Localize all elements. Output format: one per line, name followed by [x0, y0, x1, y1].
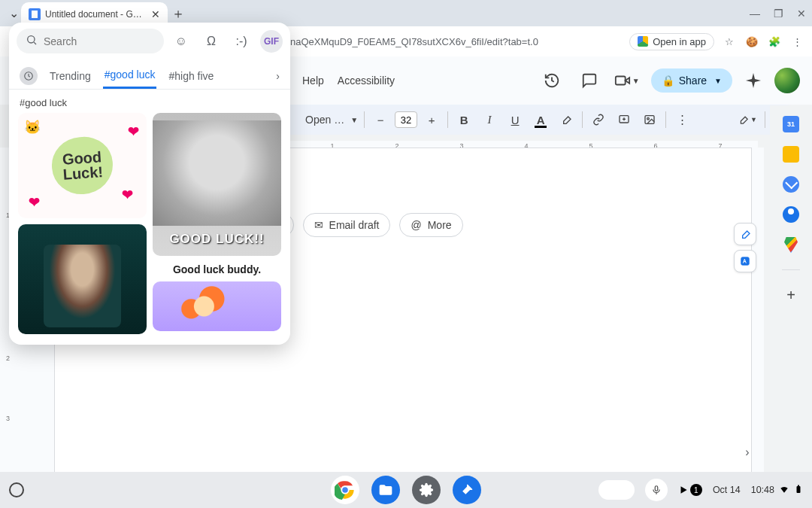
bold-button[interactable]: B: [454, 110, 474, 129]
lock-icon: 🔒: [662, 75, 674, 87]
svg-line-9: [34, 42, 36, 44]
browser-overflow-icon[interactable]: ⋮: [789, 34, 804, 49]
ai-assist-icon[interactable]: [734, 250, 756, 272]
tab-trending[interactable]: Trending: [48, 64, 92, 88]
emoji-search-input[interactable]: [44, 35, 155, 47]
tab-good-luck[interactable]: #good luck: [103, 62, 157, 89]
insert-image-button[interactable]: [640, 110, 659, 129]
font-size-control: − +: [371, 110, 441, 129]
editing-mode-button[interactable]: ▼: [738, 110, 757, 129]
history-icon[interactable]: [538, 67, 565, 94]
insert-link-button[interactable]: [589, 110, 608, 129]
gif-result[interactable]: [18, 224, 147, 334]
gif-category-button[interactable]: GIF: [260, 30, 283, 53]
gif-result[interactable]: GOOD LUCK!!: [153, 113, 281, 256]
font-selector[interactable]: Open … ▼: [305, 114, 358, 126]
vruler-mark: 2: [6, 354, 10, 362]
more-chip[interactable]: @ More: [399, 213, 462, 237]
keep-app-icon[interactable]: [783, 146, 799, 163]
extension-icon[interactable]: 🍪: [744, 34, 759, 49]
underline-button[interactable]: U: [505, 110, 525, 129]
tab-search-dropdown[interactable]: ⌄: [6, 6, 21, 20]
status-area: 1 Oct 14 10:48: [598, 479, 803, 501]
extensions-puzzle-icon[interactable]: 🧩: [767, 34, 782, 49]
settings-app-icon[interactable]: [412, 476, 441, 504]
emoji-category-button[interactable]: ☺: [170, 30, 192, 53]
suggest-edits-icon[interactable]: [734, 223, 756, 245]
toolbar-overflow-icon[interactable]: ⋮: [672, 110, 692, 129]
share-dropdown-icon[interactable]: ▼: [714, 77, 722, 85]
status-tray[interactable]: 10:48: [751, 483, 803, 497]
battery-icon: [794, 483, 803, 497]
tab-high-five[interactable]: #high five: [167, 64, 215, 88]
svg-point-8: [28, 36, 35, 43]
shelf-date[interactable]: Oct 14: [713, 485, 741, 495]
window-controls: — ❐ ✕: [750, 8, 806, 20]
quick-launch-pill[interactable]: [598, 480, 635, 500]
text-color-button[interactable]: A: [531, 110, 550, 129]
svg-marker-17: [680, 486, 686, 493]
at-icon: @: [411, 219, 421, 231]
next-tabs-icon[interactable]: ›: [276, 70, 280, 82]
wifi-icon: [779, 484, 789, 497]
symbol-category-button[interactable]: Ω: [200, 30, 223, 53]
decrease-font-icon[interactable]: −: [371, 110, 390, 129]
add-comment-button[interactable]: [614, 110, 634, 129]
docs-menu-bar: Help Accessibility: [302, 75, 395, 87]
meet-button[interactable]: ▼: [614, 67, 641, 94]
svg-point-13: [341, 486, 348, 493]
dictation-button[interactable]: [645, 479, 668, 501]
gif-section-heading: #good luck: [9, 90, 290, 113]
maps-app-icon[interactable]: [783, 236, 799, 253]
emoji-search-box[interactable]: [17, 29, 164, 53]
maximize-icon[interactable]: ❐: [774, 8, 783, 20]
close-window-icon[interactable]: ✕: [797, 8, 806, 20]
increase-font-icon[interactable]: +: [422, 110, 441, 129]
svg-rect-18: [797, 486, 801, 493]
notifications-indicator[interactable]: 1: [678, 484, 702, 496]
bookmark-star-icon[interactable]: ☆: [722, 34, 737, 49]
contacts-app-icon[interactable]: [783, 206, 799, 223]
launcher-button[interactable]: [9, 482, 24, 497]
drive-icon: [638, 36, 648, 47]
open-in-app-button[interactable]: Open in app: [629, 33, 714, 50]
tab-title: Untitled document - Google Do: [45, 9, 147, 20]
svg-point-6: [647, 117, 650, 120]
account-avatar[interactable]: [774, 68, 800, 93]
svg-rect-0: [616, 77, 626, 85]
envelope-icon: ✉: [314, 219, 323, 231]
svg-rect-15: [655, 486, 658, 491]
chrome-app-icon[interactable]: [331, 476, 359, 504]
gif-result[interactable]: 🐱 ❤ ❤ ❤ Good Luck!: [18, 113, 147, 218]
vruler-mark: 3: [6, 415, 10, 422]
chip-label: More: [428, 219, 452, 231]
emoji-gif-picker: ☺ Ω :-) GIF Trending #good luck #high fi…: [9, 23, 290, 345]
pinned-app-icon[interactable]: [453, 476, 481, 504]
close-tab-icon[interactable]: ✕: [151, 8, 160, 20]
font-size-input[interactable]: [395, 111, 417, 128]
tasks-app-icon[interactable]: [783, 176, 799, 193]
email-draft-chip[interactable]: ✉ Email draft: [303, 213, 391, 237]
gif-tab-row: Trending #good luck #high five ›: [9, 59, 290, 90]
emoticon-category-button[interactable]: :-): [230, 30, 253, 53]
chromeos-shelf: 1 Oct 14 10:48: [0, 472, 812, 508]
comments-icon[interactable]: [576, 67, 603, 94]
gif-result[interactable]: [153, 281, 281, 331]
highlight-button[interactable]: [556, 110, 576, 129]
add-addon-button[interactable]: +: [786, 287, 795, 304]
minimize-icon[interactable]: —: [750, 8, 760, 20]
menu-help[interactable]: Help: [302, 75, 324, 87]
menu-accessibility[interactable]: Accessibility: [338, 75, 395, 87]
recent-tab-icon[interactable]: [20, 67, 38, 85]
url-text: naQeXMquD9_F0EAM5_QI78sutXCX6v_6fiI/edit…: [290, 36, 622, 47]
new-tab-button[interactable]: ＋: [168, 5, 189, 23]
calendar-app-icon[interactable]: 31: [783, 116, 799, 132]
floating-edit-tools: [734, 223, 756, 272]
share-button[interactable]: 🔒 Share ▼: [651, 68, 732, 93]
gif-caption: Good luck buddy.: [153, 262, 281, 277]
explore-chevron-icon[interactable]: ›: [738, 443, 756, 461]
address-bar[interactable]: naQeXMquD9_F0EAM5_QI78sutXCX6v_6fiI/edit…: [290, 31, 812, 52]
gemini-icon[interactable]: [743, 70, 764, 91]
files-app-icon[interactable]: [371, 476, 400, 504]
italic-button[interactable]: I: [480, 110, 499, 129]
